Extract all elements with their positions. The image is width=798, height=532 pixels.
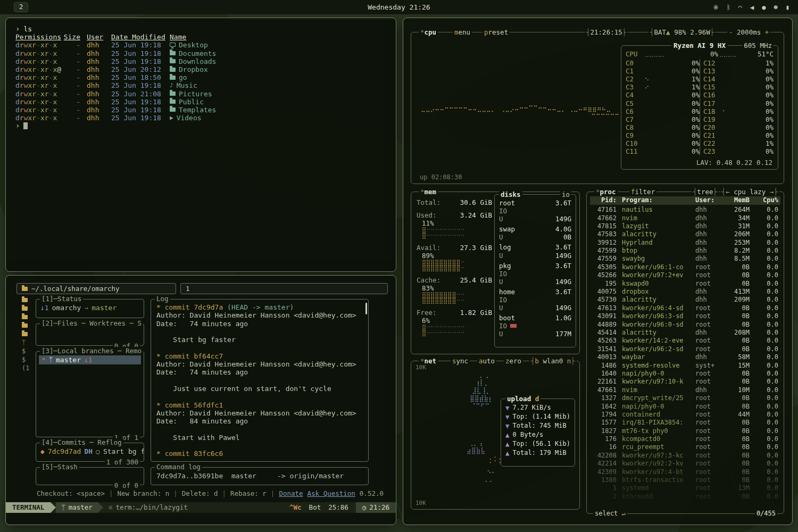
process-row[interactable]: 40013waybardhh58M0.0: [590, 353, 780, 361]
lazygit-window[interactable]: ~/.local/share/omarchy 1 ᛘ$$(1 [1]─Statu…: [5, 275, 396, 525]
process-pid: 47661: [592, 386, 617, 394]
process-row[interactable]: 44889kworker/u96:0-sdroot0B0.0: [590, 320, 780, 328]
prompt-line-input[interactable]: ›: [15, 122, 396, 130]
tray-app-icon[interactable]: ※: [713, 4, 719, 11]
mem-stat: Total:30.6 GiB: [417, 198, 492, 211]
process-row[interactable]: 31541kworker/u96:2-sdroot0B0.0: [590, 345, 780, 353]
header-memb[interactable]: MemB: [722, 196, 750, 204]
process-row[interactable]: 1380btrfs-transactioroot0B0.0: [590, 476, 780, 484]
disk-name: boot: [499, 314, 515, 322]
process-row[interactable]: 42309kworker/u97:4-btroot0B0.0: [590, 468, 780, 476]
process-panel[interactable]: *proc filter ┤tree├ ┤← cpu lazy →├ Pid: …: [586, 192, 784, 514]
process-row[interactable]: 45263kworker/14:2-everoot0B0.0: [590, 337, 780, 345]
header-pid[interactable]: Pid:: [592, 196, 617, 204]
help-link[interactable]: Ask Question: [307, 489, 355, 497]
header-user[interactable]: User:: [695, 196, 722, 204]
winbar-cwd[interactable]: ~/.local/share/omarchy: [16, 283, 176, 294]
process-row[interactable]: 45414alacrittydhh208M0.0: [590, 329, 780, 337]
branch-row-selected[interactable]: * ᛘ master ↓1: [39, 355, 141, 364]
disks-title[interactable]: disks: [499, 190, 522, 198]
process-row[interactable]: 47662nvimdhh34M0.0: [590, 214, 780, 222]
cpu-panel[interactable]: *cpu menu preset ┤21:26:15├ ┤BAT▲ 98% 2.…: [411, 32, 784, 184]
mem-box-title[interactable]: *mem: [419, 188, 438, 196]
proc-box-title[interactable]: *proc: [594, 188, 618, 196]
process-row[interactable]: 1794containerdroot44M0.0: [590, 411, 780, 419]
core-label: C21: [703, 131, 721, 139]
winbar-buffer-tab[interactable]: 1: [180, 283, 388, 294]
process-row[interactable]: 47161nautilusdhh264M0.0: [590, 206, 780, 214]
file-owner: dhh: [80, 57, 109, 65]
lazygit-status-panel[interactable]: [1]─Status ↓1 omarchy → master: [36, 299, 144, 318]
folder-icon[interactable]: [22, 298, 28, 302]
network-panel[interactable]: *net sync auto zero ┤b wlan0 n├ 10K 10K …: [411, 361, 580, 510]
bluetooth-icon[interactable]: ᛒ: [727, 4, 730, 11]
permissions: drwxr-xr-x: [15, 81, 62, 89]
process-row[interactable]: 1827mt76-tx phy0root0B0.0: [590, 427, 780, 435]
header-program[interactable]: Program:: [617, 196, 695, 204]
process-row[interactable]: 45730alacrittydhh209M0.0: [590, 296, 780, 304]
process-row[interactable]: 1327dmcrypt_write/25root0B0.0: [590, 394, 780, 402]
header-cpu[interactable]: Cpu%: [750, 196, 778, 204]
process-row[interactable]: 1systemdroot13M0.0: [590, 484, 780, 492]
disks-panel[interactable]: disks io root3.6TIOU149Gswap4.0GU0Blog3.…: [494, 194, 576, 347]
lazygit-branches-panel[interactable]: [3]─Local branches ─ Remo * ᛘ master ↓1 …: [36, 351, 144, 437]
log-commit-line[interactable]: * commit 56fdfc1: [156, 401, 363, 409]
wifi-icon[interactable]: ◠: [738, 4, 742, 11]
process-user: root: [695, 443, 722, 451]
files-terminal-window[interactable]: › ls Permissions Size User Date Modified…: [5, 18, 396, 272]
folder-icon[interactable]: [22, 306, 28, 311]
collapse-star-icon: *: [596, 188, 600, 196]
git-branch-icon[interactable]: ᛘ: [22, 338, 26, 347]
lazygit-commits-panel[interactable]: [4]─Commits ─ Reflog ◆ 7dc9d7ad DH ○ Sta…: [36, 443, 144, 462]
log-scrollbar[interactable]: [365, 303, 367, 314]
folder-icon[interactable]: [22, 315, 28, 319]
folder-icon[interactable]: [22, 323, 28, 328]
lazygit-command-log-panel[interactable]: Command log 7dc9d7a..b3691be master -> o…: [151, 467, 369, 485]
process-row[interactable]: 40075dropboxdhh413M0.0: [590, 288, 780, 296]
filter-button[interactable]: filter: [629, 188, 656, 196]
process-row[interactable]: 1577irq/81-PIXA3854:root0B0.0: [590, 419, 780, 427]
lazygit-log-panel[interactable]: Log * commit 7dc9d7a (HEAD -> master)Aut…: [151, 299, 369, 462]
process-row[interactable]: 47815lazygitdhh31M0.0: [590, 222, 780, 230]
process-row[interactable]: 47661nvimdhh10M0.0: [590, 386, 780, 394]
log-commit-line[interactable]: * commit 83fc6c6: [156, 450, 363, 458]
process-row[interactable]: 45305kworker/u96:1-coroot0B0.0: [590, 263, 780, 271]
process-row[interactable]: 1642napi/phy0-0root0B0.0: [590, 402, 780, 410]
volume-icon[interactable]: ◀: [750, 4, 754, 11]
process-row[interactable]: 45266kworker/u97:2+evroot0B0.0: [590, 271, 780, 279]
battery-icon[interactable]: ▮: [786, 4, 789, 11]
process-row[interactable]: 43091kworker/u96:3-sdroot0B0.0: [590, 312, 780, 320]
lazygit-files-panel[interactable]: [2]─Files ─ Worktrees ─ S 0 of 0: [36, 323, 144, 346]
process-row[interactable]: 42214kworker/u92:2-kvroot0B0.0: [590, 460, 780, 468]
lazygit-stash-panel[interactable]: [5]─Stash 0 of 0: [36, 467, 144, 485]
process-row[interactable]: 47599btopdhh8.2M0.0: [590, 247, 780, 255]
memory-panel[interactable]: *mem Total:30.6 GiBUsed:3.24 GiB11%⣿⠒⠒⠒⠒…: [411, 192, 580, 354]
process-row[interactable]: 176kcompactd0root0B0.0: [590, 435, 780, 443]
process-table-header[interactable]: Pid: Program: User: MemB Cpu%: [590, 196, 780, 205]
process-row[interactable]: 195kswapd0root0B0.0: [590, 280, 780, 288]
process-row[interactable]: 47613kworker/u96:4-sdroot0B0.0: [590, 304, 780, 312]
process-row[interactable]: 22161kworker/u97:10-kroot0B0.0: [590, 378, 780, 386]
process-row[interactable]: 39912Hyprlanddhh253M0.0: [590, 239, 780, 247]
sort-prev-arrow[interactable]: ←: [726, 188, 730, 196]
process-row[interactable]: 42208kworker/u97:3-kcroot0B0.0: [590, 452, 780, 460]
user-account-icon[interactable]: ☻: [774, 4, 778, 11]
folder-icon[interactable]: [22, 332, 28, 336]
screen-record-icon[interactable]: ●: [762, 4, 766, 11]
btop-window[interactable]: *cpu menu preset ┤21:26:15├ ┤BAT▲ 98% 2.…: [403, 18, 793, 525]
log-commit-line[interactable]: * commit bf64cc7: [156, 352, 363, 360]
process-row[interactable]: 47583alacrittydhh206M0.0: [590, 230, 780, 238]
sort-mode-control[interactable]: ┤← cpu lazy →├: [720, 188, 779, 196]
process-row[interactable]: 1640napi/phy0-0root0B0.0: [590, 370, 780, 378]
upload-box-title[interactable]: upload d: [505, 395, 541, 403]
help-link[interactable]: Donate: [279, 489, 303, 497]
core-usage: 0%: [683, 115, 700, 123]
process-row[interactable]: 16rcu_preemptroot0B0.0: [590, 443, 780, 451]
process-row[interactable]: 47559swaybgdhh8.5M0.0: [590, 255, 780, 263]
process-row[interactable]: 2kthreaddroot0B0.0: [590, 493, 780, 501]
process-row[interactable]: 1486systemd-resolvesyst+15M0.0: [590, 361, 780, 369]
tree-toggle[interactable]: ┤tree├: [692, 188, 719, 196]
file-name: Desktop: [169, 41, 396, 49]
io-mode-toggle[interactable]: io: [560, 190, 571, 198]
log-commit-line[interactable]: * commit 7dc9d7a (HEAD -> master): [156, 303, 363, 311]
